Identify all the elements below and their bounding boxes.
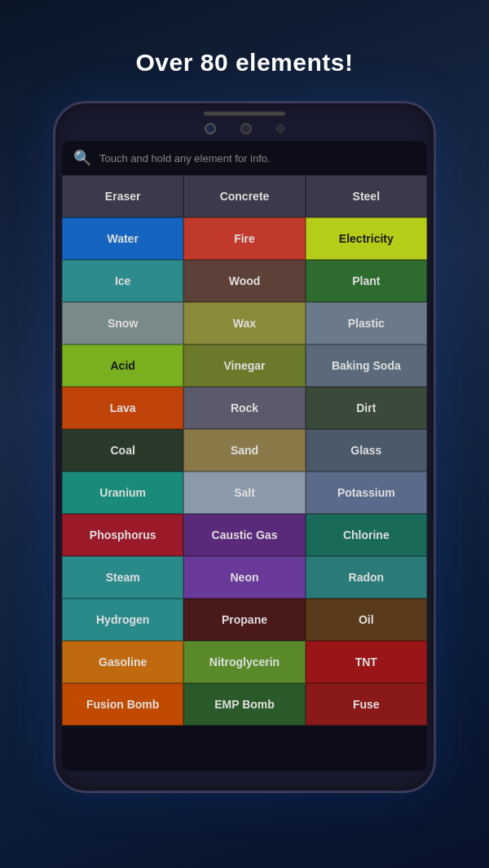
phone-top-bar: [55, 103, 434, 141]
cell-coal[interactable]: Coal: [62, 429, 183, 471]
cell-lava[interactable]: Lava: [62, 387, 183, 429]
cell-neon[interactable]: Neon: [183, 556, 305, 598]
phone-notch-bar: [204, 112, 285, 116]
cell-fuse[interactable]: Fuse: [306, 683, 427, 726]
cell-snow[interactable]: Snow: [62, 302, 183, 344]
cell-fusion-bomb[interactable]: Fusion Bomb: [62, 683, 183, 726]
cell-plant[interactable]: Plant: [306, 260, 427, 302]
phone-dot: [276, 125, 284, 133]
cell-baking-soda[interactable]: Baking Soda: [306, 344, 427, 387]
cell-radon[interactable]: Radon: [306, 556, 427, 598]
search-hint: Touch and hold any element for info.: [99, 152, 271, 164]
cell-eraser[interactable]: Eraser: [62, 175, 183, 217]
grid-row-4: AcidVinegarBaking Soda: [62, 344, 427, 387]
grid-row-11: GasolineNitroglycerinTNT: [62, 641, 427, 683]
phone-frame: 🔍 Touch and hold any element for info. E…: [53, 101, 436, 793]
cell-wood[interactable]: Wood: [183, 260, 305, 302]
cell-glass[interactable]: Glass: [306, 429, 427, 471]
cell-fire[interactable]: Fire: [183, 217, 305, 260]
cell-water[interactable]: Water: [62, 217, 183, 260]
camera-left: [205, 123, 216, 134]
phone-screen: 🔍 Touch and hold any element for info. E…: [62, 141, 427, 771]
cell-emp-bomb[interactable]: EMP Bomb: [183, 683, 305, 726]
cell-plastic[interactable]: Plastic: [306, 302, 427, 344]
grid-row-9: SteamNeonRadon: [62, 556, 427, 598]
grid-row-6: CoalSandGlass: [62, 429, 427, 471]
cell-tnt[interactable]: TNT: [306, 641, 427, 683]
cell-phosphorus[interactable]: Phosphorus: [62, 514, 183, 556]
cell-acid[interactable]: Acid: [62, 344, 183, 387]
cell-rock[interactable]: Rock: [183, 387, 305, 429]
grid-row-1: WaterFireElectricity: [62, 217, 427, 260]
camera-right: [240, 123, 252, 134]
cell-wax[interactable]: Wax: [183, 302, 305, 344]
grid-row-8: PhosphorusCaustic GasChlorine: [62, 514, 427, 556]
cell-oil[interactable]: Oil: [306, 598, 427, 641]
cell-hydrogen[interactable]: Hydrogen: [62, 598, 183, 641]
cell-potassium[interactable]: Potassium: [306, 471, 427, 514]
cell-electricity[interactable]: Electricity: [306, 217, 427, 260]
grid-row-0: EraserConcreteSteel: [62, 175, 427, 217]
grid-row-3: SnowWaxPlastic: [62, 302, 427, 344]
grid-row-5: LavaRockDirt: [62, 387, 427, 429]
cell-sand[interactable]: Sand: [183, 429, 305, 471]
cell-concrete[interactable]: Concrete: [183, 175, 305, 217]
cell-uranium[interactable]: Uranium: [62, 471, 183, 514]
grid-row-7: UraniumSaltPotassium: [62, 471, 427, 514]
cell-gasoline[interactable]: Gasoline: [62, 641, 183, 683]
cell-caustic-gas[interactable]: Caustic Gas: [183, 514, 305, 556]
grid-row-10: HydrogenPropaneOil: [62, 598, 427, 641]
cell-nitroglycerin[interactable]: Nitroglycerin: [183, 641, 305, 683]
cell-steel[interactable]: Steel: [306, 175, 427, 217]
cell-vinegar[interactable]: Vinegar: [183, 344, 305, 387]
search-bar: 🔍 Touch and hold any element for info.: [62, 141, 427, 175]
cell-steam[interactable]: Steam: [62, 556, 183, 598]
grid-row-2: IceWoodPlant: [62, 260, 427, 302]
cell-salt[interactable]: Salt: [183, 471, 305, 514]
headline: Over 80 elements!: [136, 49, 354, 77]
cell-dirt[interactable]: Dirt: [306, 387, 427, 429]
search-icon: 🔍: [73, 149, 91, 167]
cell-chlorine[interactable]: Chlorine: [306, 514, 427, 556]
cell-propane[interactable]: Propane: [183, 598, 305, 641]
grid-container[interactable]: EraserConcreteSteelWaterFireElectricityI…: [62, 175, 427, 771]
cell-ice[interactable]: Ice: [62, 260, 183, 302]
grid-row-12: Fusion BombEMP BombFuse: [62, 683, 427, 726]
